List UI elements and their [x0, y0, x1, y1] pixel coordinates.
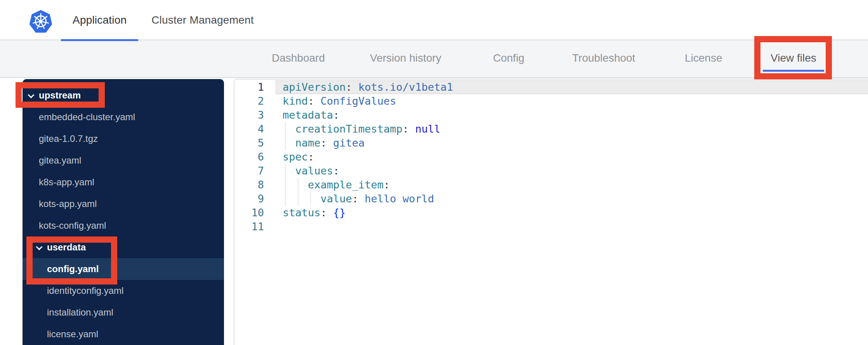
subnav-item-version-history[interactable]: Version history	[370, 40, 441, 76]
indent-spacer	[283, 188, 308, 188]
tree-file-installation-yaml[interactable]: installation.yaml	[23, 302, 224, 323]
code-line-content: example_item:	[275, 178, 868, 192]
code-line-10: 10status: {}	[234, 206, 868, 220]
code-token: example_item	[308, 179, 384, 191]
code-line-content: name: gitea	[275, 136, 868, 150]
tab-cluster-management[interactable]: Cluster Management	[140, 0, 266, 40]
app-subnav: DashboardVersion historyConfigTroublesho…	[0, 40, 868, 78]
chevron-down-icon[interactable]	[36, 244, 42, 250]
code-token: {}	[333, 207, 346, 219]
code-line-4: 4creationTimestamp: null	[234, 122, 868, 136]
tree-file-gitea-1-0-7-tgz[interactable]: gitea-1.0.7.tgz	[23, 128, 224, 150]
code-token: null	[415, 123, 440, 135]
tree-file-identityconfig-yaml[interactable]: identityconfig.yaml	[23, 280, 224, 302]
tree-item-label: gitea.yaml	[39, 155, 81, 166]
code-token: :	[352, 193, 365, 205]
code-token: hello world	[365, 193, 434, 205]
line-number: 11	[234, 220, 275, 234]
line-number: 9	[234, 192, 275, 206]
code-token: :	[308, 95, 321, 107]
code-line-6: 6spec:	[234, 150, 868, 164]
code-token: name	[295, 137, 321, 149]
line-number: 3	[234, 108, 275, 122]
subnav-item-label: License	[685, 52, 722, 64]
tree-file-kots-config-yaml[interactable]: kots-config.yaml	[23, 215, 224, 236]
tab-application[interactable]: Application	[61, 0, 138, 40]
line-number: 10	[234, 206, 275, 220]
tree-item-label: identityconfig.yaml	[47, 285, 123, 296]
code-line-5: 5name: gitea	[234, 136, 868, 150]
code-line-content: status: {}	[275, 206, 868, 220]
kubernetes-logo[interactable]	[28, 9, 54, 33]
code-token: value	[321, 193, 352, 205]
code-line-content: spec:	[275, 150, 868, 164]
code-line-content: apiVersion: kots.io/v1beta1	[275, 80, 868, 94]
code-token: creationTimestamp	[295, 123, 403, 135]
tree-item-label: userdata	[47, 242, 86, 253]
tree-file-embedded-cluster-yaml[interactable]: embedded-cluster.yaml	[23, 106, 224, 128]
code-line-content: metadata:	[275, 108, 868, 122]
code-line-content	[275, 220, 868, 234]
tree-folder-userdata[interactable]: userdata	[23, 236, 224, 258]
code-token: :	[333, 109, 339, 121]
code-token: ConfigValues	[321, 95, 396, 107]
code-editor-panel[interactable]: 1apiVersion: kots.io/v1beta12kind: Confi…	[234, 79, 868, 345]
indent-spacer	[283, 132, 295, 133]
kubernetes-helm-icon	[28, 9, 54, 33]
top-nav-bar: ApplicationCluster Management	[0, 0, 868, 40]
code-token: kind	[283, 95, 308, 107]
topbar-tabs: ApplicationCluster Management	[61, 0, 266, 40]
code-token: :	[321, 137, 333, 149]
subnav-item-label: Dashboard	[272, 52, 325, 64]
tab-label: Cluster Management	[151, 14, 254, 26]
code-token: values	[295, 165, 333, 177]
tree-file-gitea-yaml[interactable]: gitea.yaml	[23, 150, 224, 171]
chevron-down-icon[interactable]	[28, 92, 34, 98]
code-line-1: 1apiVersion: kots.io/v1beta1	[234, 80, 868, 94]
subnav-item-view-files[interactable]: View files	[771, 40, 816, 76]
indent-guide	[285, 122, 286, 136]
code-token: :	[333, 165, 339, 177]
subnav-item-dashboard[interactable]: Dashboard	[272, 40, 325, 76]
code-line-7: 7values:	[234, 164, 868, 178]
tree-folder-upstream[interactable]: upstream	[23, 85, 224, 106]
code-token: :	[384, 179, 390, 191]
code-line-content: kind: ConfigValues	[275, 94, 868, 108]
tree-file-config-yaml[interactable]: config.yaml	[23, 258, 224, 280]
indent-spacer	[283, 146, 295, 147]
indent-guide	[285, 192, 286, 206]
subnav-item-label: Config	[493, 52, 524, 64]
code-line-2: 2kind: ConfigValues	[234, 94, 868, 108]
tree-file-k8s-app-yaml[interactable]: k8s-app.yaml	[23, 171, 224, 193]
tree-file-license-yaml[interactable]: license.yaml	[23, 323, 224, 345]
tree-item-label: k8s-app.yaml	[39, 177, 94, 188]
code-token: apiVersion	[283, 81, 346, 93]
code-token: gitea	[333, 137, 365, 149]
subnav-item-label: Troubleshoot	[572, 52, 635, 64]
code-line-content: creationTimestamp: null	[275, 122, 868, 136]
line-number: 1	[234, 80, 275, 94]
code-line-content: value: hello world	[275, 192, 868, 206]
subnav-item-label: View files	[771, 52, 816, 64]
code-token: spec	[283, 151, 308, 163]
subnav-item-config[interactable]: Config	[493, 40, 524, 76]
code-token: :	[346, 81, 359, 93]
line-number: 4	[234, 122, 275, 136]
tree-file-kots-app-yaml[interactable]: kots-app.yaml	[23, 193, 224, 215]
tree-item-label: embedded-cluster.yaml	[39, 112, 135, 122]
code-token: metadata	[283, 109, 333, 121]
indent-guide	[285, 178, 286, 192]
tree-item-label: gitea-1.0.7.tgz	[39, 133, 98, 144]
line-number: 6	[234, 150, 275, 164]
code-token: :	[321, 207, 333, 219]
code-line-content: values:	[275, 164, 868, 178]
tree-item-label: license.yaml	[47, 329, 98, 340]
kots-admin-console: ApplicationCluster Management DashboardV…	[0, 0, 868, 345]
subnav-item-troubleshoot[interactable]: Troubleshoot	[572, 40, 635, 76]
tree-item-label: installation.yaml	[47, 307, 113, 318]
line-number: 2	[234, 94, 275, 108]
indent-guide	[298, 192, 299, 206]
tab-label: Application	[73, 14, 127, 26]
line-number: 8	[234, 178, 275, 192]
subnav-item-license[interactable]: License	[685, 40, 722, 76]
